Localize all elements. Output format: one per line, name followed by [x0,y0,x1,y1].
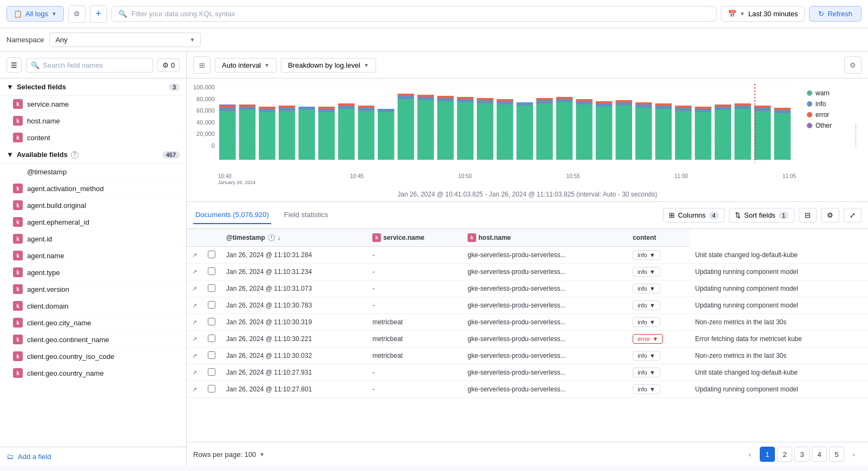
available-field-item[interactable]: 🗓@timestamp [0,163,186,180]
page-3-button[interactable]: 3 [794,447,810,462]
cell-content: Non-zero metrics in the last 30s [690,348,868,364]
row-checkbox[interactable] [208,368,215,376]
all-logs-label: All logs [25,10,48,18]
chart-resize-handle[interactable]: ⋮⋮⋮ [850,84,862,187]
row-checkbox[interactable] [208,351,215,359]
table-row: ↗Jan 26, 2024 @ 11:10:31.073-gke-serverl… [187,280,868,297]
sort-fields-button[interactable]: ⇅ Sort fields 1 [729,208,794,223]
row-checkbox[interactable] [208,251,215,258]
expand-icon[interactable]: ↗ [192,352,197,359]
kql-search-box[interactable]: 🔍 Filter your data using KQL syntax [111,6,716,22]
th-content[interactable]: content [627,229,689,247]
available-field-item[interactable]: kclient.geo.country_name [0,365,186,382]
available-field-item[interactable]: kclient.geo.country_iso_code [0,348,186,365]
top-toolbar: 📋 All logs ▼ ⚙ + 🔍 Filter your data usin… [0,0,868,28]
row-checkbox[interactable] [208,267,215,275]
table-header: @timestamp 🕐 ↓ k service.name [187,229,868,247]
filter-button[interactable]: ⚙ [68,5,86,23]
columns-button[interactable]: ⊞ Columns 4 [663,208,725,223]
svg-rect-55 [556,102,573,160]
namespace-select[interactable]: Any ▼ [49,32,201,47]
available-field-item[interactable]: kagent.type [0,264,186,281]
auto-interval-button[interactable]: Auto interval ▼ [215,58,277,73]
log-level-badge[interactable]: info ▼ [633,284,660,293]
available-field-item[interactable]: kagent.name [0,247,186,264]
row-checkbox[interactable] [208,335,215,342]
available-field-item[interactable]: kclient.geo.continent_name [0,331,186,348]
refresh-button[interactable]: ↻ Refresh [809,6,862,22]
table-icon: 🗂 [6,453,14,461]
breakdown-label: Breakdown by log.level [288,61,360,69]
available-field-item[interactable]: kclient.geo.city_name [0,315,186,331]
expand-icon[interactable]: ↗ [192,336,197,342]
log-level-badge[interactable]: info ▼ [633,351,660,361]
th-service-name[interactable]: k service.name [367,229,462,247]
next-page-button[interactable]: › [846,447,862,462]
log-level-badge[interactable]: info ▼ [633,267,660,277]
svg-rect-20 [298,107,315,110]
add-button[interactable]: + [90,5,107,23]
expand-icon[interactable]: ↗ [192,319,197,325]
sort-count-badge: 1 [779,212,788,219]
svg-rect-66 [615,100,632,102]
available-fields-section-header[interactable]: ▼ Available fields ? 457 [0,146,186,163]
expand-icon[interactable]: ↗ [192,302,197,309]
selected-field-item[interactable]: kservice.name [0,96,186,113]
filter-count-button[interactable]: ⚙ 0 [157,58,180,72]
selected-field-item[interactable]: kcontent [0,129,186,146]
fullscreen-button[interactable]: ⤢ [844,208,862,223]
selected-field-item[interactable]: khost.name [0,113,186,129]
svg-rect-73 [675,111,692,160]
log-level-badge[interactable]: info ▼ [633,300,660,310]
available-field-item[interactable]: kagent.id [0,231,186,247]
cell-log-level: info ▼ [627,247,689,264]
log-level-badge[interactable]: info ▼ [633,317,660,327]
all-logs-button[interactable]: 📋 All logs ▼ [6,6,64,22]
page-1-button[interactable]: 1 [760,447,775,462]
page-2-button[interactable]: 2 [777,447,792,462]
page-5-button[interactable]: 5 [829,447,844,462]
cell-content: Unit state changed log-default-kube [690,247,868,264]
svg-rect-82 [734,109,751,160]
grid-view-button[interactable]: ⊟ [799,208,817,223]
tab-documents[interactable]: Documents (5,076,920) [193,206,271,224]
available-field-item[interactable]: kclient.domain [0,298,186,315]
row-checkbox[interactable] [208,318,215,325]
expand-icon[interactable]: ↗ [192,369,197,376]
chart-layout-icon: ⊞ [199,61,205,69]
available-field-item[interactable]: kagent.ephemeral_id [0,214,186,231]
available-field-item[interactable]: kagent.activation_method [0,180,186,197]
prev-page-button[interactable]: ‹ [742,447,758,462]
available-field-item[interactable]: kagent.build.original [0,197,186,214]
selected-fields-section-header[interactable]: ▼ Selected fields 3 [0,78,186,96]
rows-per-page-selector[interactable]: Rows per page: 100 ▼ [193,450,265,459]
sidebar-toggle-button[interactable]: ☰ [6,57,22,73]
th-timestamp[interactable]: @timestamp 🕐 ↓ [221,229,367,247]
page-4-button[interactable]: 4 [812,447,827,462]
log-level-badge[interactable]: info ▼ [633,368,660,377]
cell-timestamp: Jan 26, 2024 @ 11:10:30.221 [221,331,367,348]
chart-settings-button[interactable]: ⚙ [844,56,862,74]
settings-button[interactable]: ⚙ [821,208,839,223]
tab-field-statistics[interactable]: Field statistics [282,206,331,224]
log-level-badge[interactable]: error ▼ [633,334,663,344]
row-checkbox[interactable] [208,284,215,292]
time-range-button[interactable]: 📅 ▼ Last 30 minutes [721,6,805,22]
log-level-badge[interactable]: info ▼ [633,384,660,394]
expand-icon[interactable]: ↗ [192,386,197,392]
expand-icon[interactable]: ↗ [192,285,197,292]
expand-icon[interactable]: ↗ [192,269,197,275]
chart-settings-icon: ⚙ [850,61,856,69]
add-field-button[interactable]: 🗂 Add a field [0,447,186,466]
expand-icon[interactable]: ↗ [192,252,197,258]
log-level-badge[interactable]: info ▼ [633,250,660,260]
clock-icon: 🕐 [267,234,275,241]
row-checkbox[interactable] [208,385,215,392]
chart-layout-button[interactable]: ⊞ [193,56,211,74]
available-field-item[interactable]: kagent.version [0,281,186,298]
th-host-name[interactable]: k host.name [462,229,627,247]
keyword-icon: k [13,368,23,378]
row-checkbox[interactable] [208,301,215,309]
search-field-input[interactable]: 🔍 Search field names [26,58,153,73]
breakdown-button[interactable]: Breakdown by log.level ▼ [281,58,376,73]
